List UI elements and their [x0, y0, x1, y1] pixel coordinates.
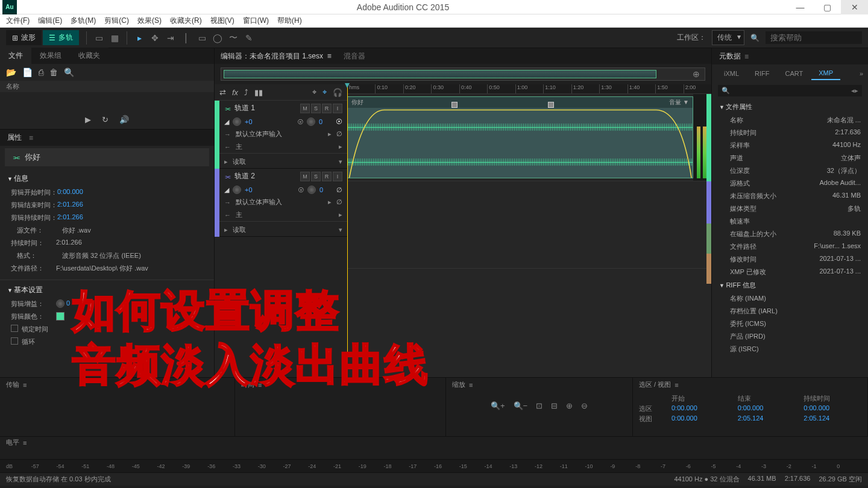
- tab-cart[interactable]: CART: [778, 67, 811, 80]
- heal-icon[interactable]: ✎: [244, 33, 254, 43]
- hud-icon[interactable]: ▭: [94, 33, 104, 43]
- new-file-icon[interactable]: ⎙: [39, 67, 43, 77]
- eq-icon[interactable]: ▮▮: [254, 88, 263, 97]
- menu-help[interactable]: 帮助(H): [277, 16, 302, 26]
- menu-window[interactable]: 窗口(W): [243, 16, 269, 26]
- search-help-box[interactable]: [766, 31, 862, 44]
- basic-settings-header[interactable]: 基本设置: [7, 283, 207, 298]
- zoom-sel-icon[interactable]: ⊟: [551, 401, 558, 410]
- record-button[interactable]: R: [322, 172, 332, 181]
- record-button[interactable]: R: [322, 104, 332, 113]
- track-2-name[interactable]: 轨道 2: [234, 171, 297, 181]
- menu-multitrack[interactable]: 多轨(M): [71, 16, 96, 26]
- search-files-icon[interactable]: 🔍: [64, 67, 74, 77]
- zoom-panel-header[interactable]: 缩放 ≡: [452, 380, 626, 392]
- mute-button[interactable]: M: [300, 104, 310, 113]
- loop-checkbox[interactable]: [11, 337, 18, 345]
- brush-icon[interactable]: 〜: [228, 33, 238, 43]
- move-tool-icon[interactable]: ▸: [134, 33, 144, 43]
- phase-icon[interactable]: ∅: [336, 186, 342, 194]
- transport-panel-header[interactable]: 传输 ≡: [6, 380, 228, 392]
- tab-riff[interactable]: RIFF: [747, 67, 776, 80]
- delete-icon[interactable]: 🗑: [49, 67, 58, 77]
- solo-button[interactable]: S: [311, 104, 321, 113]
- lasso-icon[interactable]: ◯: [213, 33, 222, 43]
- search-input[interactable]: [770, 33, 857, 42]
- zoom-in-icon[interactable]: 🔍+: [491, 401, 505, 410]
- maximize-button[interactable]: ▢: [814, 0, 841, 14]
- headphone-icon[interactable]: 🎧: [333, 88, 342, 97]
- tab-effects[interactable]: 效果组: [31, 48, 70, 64]
- mixer-tab[interactable]: 混音器: [344, 51, 365, 61]
- snap2-icon[interactable]: ⌖: [322, 87, 327, 97]
- file-props-group[interactable]: 文件属性: [718, 100, 862, 114]
- overview-navigator[interactable]: ⊕: [221, 67, 705, 81]
- lock-checkbox[interactable]: [11, 325, 18, 332]
- zoom-full-icon[interactable]: ⊡: [536, 401, 542, 410]
- riff-group[interactable]: RIFF 信息: [718, 278, 862, 292]
- toggle-icon[interactable]: ⇄: [219, 88, 226, 97]
- audio-clip[interactable]: 你好音量 ▼: [347, 96, 693, 178]
- volume-knob[interactable]: [233, 186, 241, 194]
- workspace-dropdown[interactable]: 传统: [712, 30, 744, 45]
- volume-knob[interactable]: [233, 117, 241, 126]
- info-section-header[interactable]: 信息: [7, 171, 207, 186]
- open-file-icon[interactable]: 📂: [6, 67, 16, 77]
- tab-ixml[interactable]: iXML: [717, 67, 746, 80]
- close-button[interactable]: ✕: [841, 0, 868, 14]
- time-panel-header[interactable]: 时间 ≡: [241, 380, 439, 392]
- slip-tool-icon[interactable]: ⇥: [166, 33, 175, 43]
- playhead[interactable]: [347, 84, 348, 377]
- play-icon[interactable]: ▶: [85, 115, 91, 124]
- track-1-name[interactable]: 轨道 1: [234, 103, 297, 113]
- pan-knob[interactable]: [307, 117, 315, 126]
- menu-effects[interactable]: 效果(S): [137, 16, 162, 26]
- gain-knob[interactable]: [56, 299, 64, 308]
- marquee-icon[interactable]: ▭: [197, 33, 207, 43]
- metadata-search[interactable]: 🔍◂▸: [718, 85, 862, 96]
- snap-icon[interactable]: ⌖: [312, 87, 316, 97]
- tab-xmp[interactable]: XMP: [811, 67, 840, 80]
- selection-panel-header[interactable]: 选区 / 视图 ≡: [639, 380, 861, 392]
- zoom-out-icon[interactable]: 🔍−: [514, 401, 528, 410]
- zoom-out-v-icon[interactable]: ⊖: [581, 401, 588, 410]
- time-ruler[interactable]: hms0:100:200:300:400:501:001:101:201:301…: [347, 84, 711, 94]
- import-icon[interactable]: 📄: [22, 67, 33, 77]
- fade-out-handle[interactable]: [548, 102, 554, 108]
- fade-envelope[interactable]: [348, 107, 693, 178]
- zoom-in-v-icon[interactable]: ⊕: [566, 401, 573, 410]
- overflow-icon[interactable]: »: [860, 70, 863, 77]
- mute-button[interactable]: M: [300, 172, 310, 181]
- autoplay-icon[interactable]: 🔊: [119, 115, 129, 124]
- spectral-icon[interactable]: ▦: [110, 33, 119, 43]
- metadata-panel-header[interactable]: 元数据≡: [712, 48, 868, 64]
- zoom-fit-icon[interactable]: ⊕: [693, 69, 700, 79]
- menu-file[interactable]: 文件(F): [6, 16, 30, 26]
- loop-icon[interactable]: ↻: [102, 115, 108, 124]
- tab-files[interactable]: 文件: [0, 48, 31, 64]
- properties-panel-header[interactable]: 属性≡: [0, 129, 214, 146]
- menu-clip[interactable]: 剪辑(C): [104, 16, 129, 26]
- phase-icon[interactable]: ⦿: [336, 118, 342, 125]
- input-opt-icon[interactable]: ∅: [336, 198, 342, 206]
- multitrack-view-tab[interactable]: ☰多轨: [43, 30, 79, 45]
- waveform-view-tab[interactable]: ⊞波形: [6, 30, 42, 45]
- fade-in-handle[interactable]: [451, 102, 458, 108]
- color-swatch[interactable]: [56, 312, 64, 321]
- solo-button[interactable]: S: [311, 172, 321, 181]
- input-opt-icon[interactable]: ∅: [336, 130, 342, 138]
- track-2-lane[interactable]: [347, 181, 711, 269]
- menu-edit[interactable]: 编辑(E): [38, 16, 62, 26]
- send-icon[interactable]: ⤴: [244, 88, 248, 97]
- time-select-icon[interactable]: │: [181, 33, 191, 43]
- tab-favorites[interactable]: 收藏夹: [70, 48, 108, 64]
- levels-panel-header[interactable]: 电平 ≡: [6, 438, 862, 449]
- editor-tab-active[interactable]: 编辑器：未命名混音项目 1.sesx ≡: [221, 51, 332, 61]
- pan-knob[interactable]: [307, 186, 316, 194]
- fx-icon[interactable]: fx: [232, 88, 238, 97]
- monitor-button[interactable]: I: [333, 172, 342, 181]
- next-icon[interactable]: ▸: [855, 87, 858, 95]
- menu-favorites[interactable]: 收藏夹(R): [170, 16, 202, 26]
- minimize-button[interactable]: —: [787, 0, 814, 14]
- monitor-button[interactable]: I: [333, 104, 342, 113]
